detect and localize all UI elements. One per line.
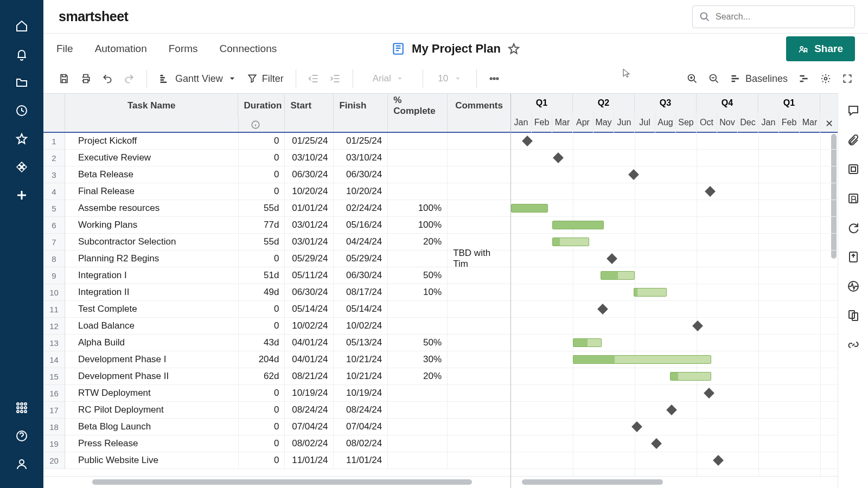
more-button[interactable]	[484, 69, 504, 88]
cell-duration[interactable]: 77d	[239, 217, 285, 234]
cell-comment[interactable]	[448, 402, 510, 419]
redo-button[interactable]	[119, 69, 139, 88]
zoom-in-button[interactable]	[682, 69, 702, 88]
proofs-panel-icon[interactable]	[846, 162, 861, 177]
cell-finish[interactable]: 10/02/24	[334, 318, 388, 335]
cell-start[interactable]: 04/01/24	[285, 351, 334, 368]
cell-finish[interactable]: 04/24/24	[334, 234, 388, 251]
cell-comment[interactable]	[448, 368, 510, 385]
update-requests-icon[interactable]	[846, 220, 861, 235]
grid-h-scrollbar[interactable]	[43, 476, 510, 488]
gantt-row[interactable]	[511, 217, 838, 234]
font-selector[interactable]: Arial	[361, 69, 415, 88]
milestone-marker[interactable]	[692, 320, 703, 331]
cell-task[interactable]: Assembe resources	[65, 200, 239, 217]
table-row[interactable]: 20Public Website Live011/01/2411/01/24	[43, 452, 510, 469]
table-row[interactable]: 11Test Complete005/14/2405/14/24	[43, 301, 510, 318]
gantt-row[interactable]	[511, 133, 838, 150]
cell-task[interactable]: Public Website Live	[65, 452, 239, 469]
cell-duration[interactable]: 43d	[239, 335, 285, 351]
info-icon[interactable]	[251, 120, 260, 130]
cell-comment[interactable]	[448, 284, 510, 301]
cell-duration[interactable]: 0	[239, 318, 285, 335]
gantt-row[interactable]	[511, 452, 838, 469]
cell-duration[interactable]: 55d	[239, 200, 285, 217]
cell-task[interactable]: Test Complete	[65, 301, 239, 318]
milestone-marker[interactable]	[705, 186, 716, 197]
gantt-bar[interactable]	[573, 355, 711, 364]
cell-start[interactable]: 06/30/24	[285, 166, 334, 183]
gantt-h-scrollbar[interactable]	[511, 476, 838, 488]
search-input[interactable]	[716, 12, 848, 22]
cell-duration[interactable]: 0	[239, 435, 285, 452]
cell-task[interactable]: Development Phase II	[65, 368, 239, 385]
table-row[interactable]: 17RC Pilot Deployment008/24/2408/24/24	[43, 402, 510, 419]
attachments-panel-icon[interactable]	[846, 132, 861, 147]
table-row[interactable]: 1Project Kickoff001/25/2401/25/24	[43, 133, 510, 150]
row-number[interactable]: 20	[43, 452, 65, 469]
cell-start[interactable]: 11/01/24	[285, 452, 334, 469]
cell-comment[interactable]	[448, 335, 510, 351]
gantt-body[interactable]	[511, 133, 838, 476]
milestone-marker[interactable]	[666, 404, 677, 415]
row-number[interactable]: 14	[43, 351, 65, 368]
cell-start[interactable]: 03/01/24	[285, 234, 334, 251]
cell-duration[interactable]: 0	[239, 251, 285, 267]
row-number[interactable]: 11	[43, 301, 65, 318]
gantt-row[interactable]	[511, 234, 838, 251]
cell-comment[interactable]	[448, 200, 510, 217]
gantt-bar[interactable]	[573, 338, 602, 347]
cell-finish[interactable]: 10/21/24	[334, 351, 388, 368]
outdent-button[interactable]	[304, 69, 323, 88]
cell-pct[interactable]	[388, 402, 448, 419]
cell-task[interactable]: Planning R2 Begins	[65, 251, 239, 267]
cell-finish[interactable]: 11/01/24	[334, 452, 388, 469]
milestone-marker[interactable]	[628, 169, 639, 180]
cell-start[interactable]: 10/20/24	[285, 183, 334, 200]
cell-task[interactable]: Subcontractor Selection	[65, 234, 239, 251]
milestone-marker[interactable]	[553, 152, 564, 163]
col-header-finish[interactable]: Finish	[334, 94, 388, 118]
table-row[interactable]: 3Beta Release006/30/2406/30/24	[43, 166, 510, 183]
cell-start[interactable]: 07/04/24	[285, 419, 334, 435]
gantt-bar[interactable]	[552, 221, 604, 229]
cell-task[interactable]: Working Plans	[65, 217, 239, 234]
cell-task[interactable]: Integration II	[65, 284, 239, 301]
table-row[interactable]: 10Integration II49d06/30/2408/17/2410%	[43, 284, 510, 301]
row-number[interactable]: 19	[43, 435, 65, 452]
cell-duration[interactable]: 51d	[239, 267, 285, 284]
cell-finish[interactable]: 10/21/24	[334, 368, 388, 385]
cell-comment[interactable]	[448, 385, 510, 402]
cell-finish[interactable]: 10/20/24	[334, 183, 388, 200]
cell-finish[interactable]: 05/13/24	[334, 335, 388, 351]
global-search[interactable]	[692, 5, 855, 28]
table-row[interactable]: 19Press Release008/02/2408/02/24	[43, 435, 510, 452]
cell-pct[interactable]	[388, 166, 448, 183]
gantt-row[interactable]	[511, 301, 838, 318]
gantt-bar[interactable]	[511, 204, 548, 213]
gantt-row[interactable]	[511, 183, 838, 200]
cell-comment[interactable]	[448, 150, 510, 166]
milestone-marker[interactable]	[713, 455, 724, 466]
milestone-marker[interactable]	[522, 136, 533, 146]
cell-comment[interactable]	[448, 267, 510, 284]
menu-connections[interactable]: Connections	[220, 43, 277, 55]
print-button[interactable]	[76, 69, 95, 88]
cell-start[interactable]: 08/24/24	[285, 402, 334, 419]
row-number[interactable]: 5	[43, 200, 65, 217]
row-header-corner[interactable]	[43, 94, 65, 118]
cell-pct[interactable]	[388, 385, 448, 402]
table-row[interactable]: 4Final Release010/20/2410/20/24	[43, 183, 510, 200]
cell-duration[interactable]: 0	[239, 402, 285, 419]
cell-start[interactable]: 03/10/24	[285, 150, 334, 166]
row-number[interactable]: 3	[43, 166, 65, 183]
comments-panel-icon[interactable]	[846, 103, 861, 118]
baselines-button[interactable]: Baselines	[726, 69, 792, 88]
sheet-title[interactable]: My Project Plan	[412, 42, 501, 56]
cell-finish[interactable]: 06/30/24	[334, 267, 388, 284]
close-gantt-icon[interactable]: ✕	[825, 118, 833, 130]
row-number[interactable]: 15	[43, 368, 65, 385]
col-header-duration[interactable]: Duration	[238, 94, 285, 118]
undo-button[interactable]	[98, 69, 117, 88]
view-switcher[interactable]: Gantt View	[155, 69, 240, 88]
